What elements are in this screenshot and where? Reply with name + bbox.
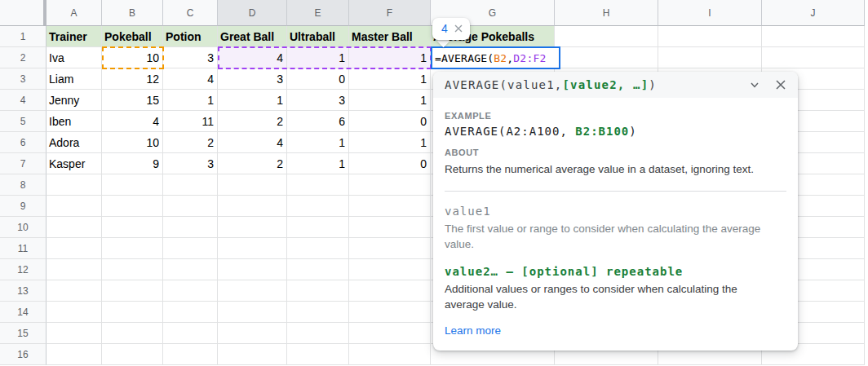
chevron-down-icon[interactable] bbox=[749, 79, 760, 90]
cell-F5[interactable]: 0 bbox=[349, 111, 431, 132]
learn-more-link[interactable]: Learn more bbox=[445, 324, 501, 337]
cell-D7[interactable]: 2 bbox=[218, 153, 287, 174]
cell-D4[interactable]: 1 bbox=[218, 90, 287, 111]
cell-B15[interactable] bbox=[102, 323, 163, 344]
cell-C16[interactable] bbox=[163, 344, 218, 365]
cell-A10[interactable] bbox=[46, 217, 102, 238]
cell-C4[interactable]: 1 bbox=[163, 90, 218, 111]
column-header-F[interactable]: F bbox=[349, 0, 431, 26]
cell-E13[interactable] bbox=[287, 280, 349, 302]
cell-A9[interactable] bbox=[46, 196, 102, 217]
cell-C2[interactable]: 3 bbox=[163, 47, 218, 68]
cell-E4[interactable]: 3 bbox=[287, 90, 349, 111]
cell-D11[interactable] bbox=[218, 238, 287, 259]
cell-B12[interactable] bbox=[102, 259, 163, 280]
cell-B14[interactable] bbox=[102, 302, 163, 323]
cell-B7[interactable]: 9 bbox=[102, 153, 163, 174]
cell-J1[interactable] bbox=[762, 26, 865, 47]
cell-H1[interactable] bbox=[555, 26, 658, 47]
cell-C7[interactable]: 3 bbox=[163, 153, 218, 174]
row-header-6[interactable]: 6 bbox=[0, 132, 46, 153]
cell-B8[interactable] bbox=[102, 174, 163, 196]
cell-F9[interactable] bbox=[349, 196, 431, 217]
cell-D6[interactable]: 4 bbox=[218, 132, 287, 153]
cell-A4[interactable]: Jenny bbox=[46, 90, 102, 111]
cell-D16[interactable] bbox=[218, 344, 287, 365]
column-header-B[interactable]: B bbox=[102, 0, 163, 26]
cell-A8[interactable] bbox=[46, 174, 102, 196]
cell-C6[interactable]: 2 bbox=[163, 132, 218, 153]
cell-D2[interactable]: 4 bbox=[218, 47, 287, 68]
column-header-D[interactable]: D bbox=[218, 0, 287, 26]
row-header-14[interactable]: 14 bbox=[0, 302, 46, 323]
cell-F3[interactable]: 1 bbox=[349, 68, 431, 90]
cell-J2[interactable] bbox=[762, 47, 865, 68]
row-header-7[interactable]: 7 bbox=[0, 153, 46, 174]
cell-D13[interactable] bbox=[218, 280, 287, 302]
cell-F1[interactable]: Master Ball bbox=[349, 26, 431, 47]
cell-C12[interactable] bbox=[163, 259, 218, 280]
cell-H2[interactable] bbox=[555, 47, 658, 68]
formula-editor-cell[interactable]: =AVERAGE(B2, D2:F2 bbox=[431, 46, 560, 69]
cell-D8[interactable] bbox=[218, 174, 287, 196]
cell-E2[interactable]: 1 bbox=[287, 47, 349, 68]
cell-E3[interactable]: 0 bbox=[287, 68, 349, 90]
row-header-3[interactable]: 3 bbox=[0, 68, 46, 90]
cell-C13[interactable] bbox=[163, 280, 218, 302]
cell-F13[interactable] bbox=[349, 280, 431, 302]
cell-C3[interactable]: 4 bbox=[163, 68, 218, 90]
cell-A6[interactable]: Adora bbox=[46, 132, 102, 153]
cell-D14[interactable] bbox=[218, 302, 287, 323]
row-header-11[interactable]: 11 bbox=[0, 238, 46, 259]
cell-A15[interactable] bbox=[46, 323, 102, 344]
cell-B9[interactable] bbox=[102, 196, 163, 217]
cell-A1[interactable]: Trainer bbox=[46, 26, 102, 47]
cell-F15[interactable] bbox=[349, 323, 431, 344]
cell-A14[interactable] bbox=[46, 302, 102, 323]
cell-F8[interactable] bbox=[349, 174, 431, 196]
cell-I1[interactable] bbox=[658, 26, 762, 47]
cell-F11[interactable] bbox=[349, 238, 431, 259]
close-icon[interactable] bbox=[454, 24, 463, 33]
cell-E8[interactable] bbox=[287, 174, 349, 196]
cell-A11[interactable] bbox=[46, 238, 102, 259]
cell-F4[interactable]: 1 bbox=[349, 90, 431, 111]
cell-A16[interactable] bbox=[46, 344, 102, 365]
column-header-C[interactable]: C bbox=[163, 0, 218, 26]
select-all-corner[interactable] bbox=[0, 0, 46, 26]
column-header-E[interactable]: E bbox=[287, 0, 349, 26]
cell-F10[interactable] bbox=[349, 217, 431, 238]
cell-B11[interactable] bbox=[102, 238, 163, 259]
cell-F6[interactable]: 1 bbox=[349, 132, 431, 153]
cell-E7[interactable]: 1 bbox=[287, 153, 349, 174]
cell-B3[interactable]: 12 bbox=[102, 68, 163, 90]
cell-E16[interactable] bbox=[287, 344, 349, 365]
cell-D1[interactable]: Great Ball bbox=[218, 26, 287, 47]
row-header-5[interactable]: 5 bbox=[0, 111, 46, 132]
cell-B2[interactable]: 10 bbox=[102, 47, 163, 68]
cell-C10[interactable] bbox=[163, 217, 218, 238]
cell-A12[interactable] bbox=[46, 259, 102, 280]
cell-B13[interactable] bbox=[102, 280, 163, 302]
cell-F16[interactable] bbox=[349, 344, 431, 365]
cell-E14[interactable] bbox=[287, 302, 349, 323]
cell-E5[interactable]: 6 bbox=[287, 111, 349, 132]
cell-D15[interactable] bbox=[218, 323, 287, 344]
cell-B1[interactable]: Pokeball bbox=[102, 26, 163, 47]
column-header-I[interactable]: I bbox=[658, 0, 762, 26]
cell-I2[interactable] bbox=[658, 47, 762, 68]
cell-C5[interactable]: 11 bbox=[163, 111, 218, 132]
cell-E9[interactable] bbox=[287, 196, 349, 217]
cell-B16[interactable] bbox=[102, 344, 163, 365]
cell-F14[interactable] bbox=[349, 302, 431, 323]
cell-E1[interactable]: Ultraball bbox=[287, 26, 349, 47]
cell-C11[interactable] bbox=[163, 238, 218, 259]
cell-D10[interactable] bbox=[218, 217, 287, 238]
row-header-16[interactable]: 16 bbox=[0, 344, 46, 365]
cell-B10[interactable] bbox=[102, 217, 163, 238]
cell-D3[interactable]: 3 bbox=[218, 68, 287, 90]
row-header-2[interactable]: 2 bbox=[0, 47, 46, 68]
row-header-13[interactable]: 13 bbox=[0, 280, 46, 302]
row-header-10[interactable]: 10 bbox=[0, 217, 46, 238]
cell-E12[interactable] bbox=[287, 259, 349, 280]
